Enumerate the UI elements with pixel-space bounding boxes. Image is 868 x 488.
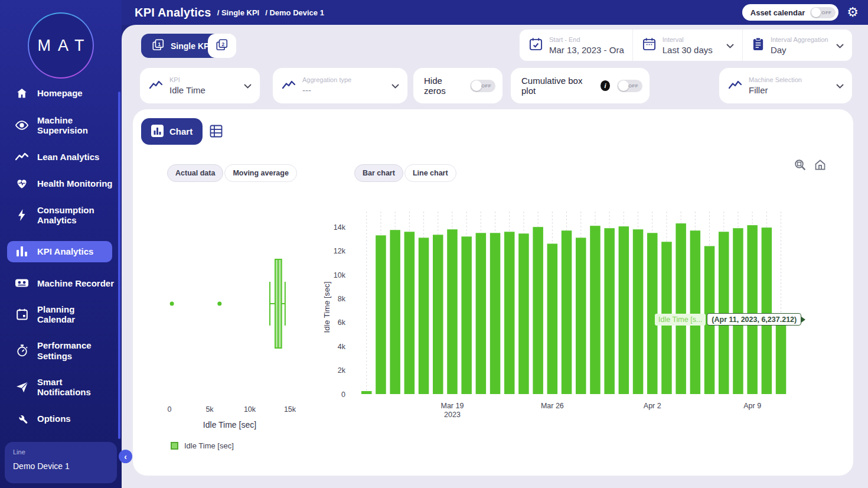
sidebar-nav: Homepage Machine Supervision Lean Analyt…	[0, 87, 122, 440]
sidebar-item-label: Health Monitoring	[37, 178, 113, 188]
sidebar-item-label: Planning Calendar	[37, 304, 83, 325]
tooltip-arrow-icon	[801, 317, 805, 323]
switch-knob	[618, 80, 629, 91]
sidebar-item-options[interactable]: Options	[0, 413, 122, 424]
start-end-value: Mar 13, 2023 - Ora	[549, 45, 624, 55]
hide-zeros-switch[interactable]: OFF	[470, 80, 495, 92]
chart-tab-button[interactable]: Chart	[141, 118, 203, 145]
moving-average-button[interactable]: Moving average	[224, 164, 296, 182]
chart-card: Chart Actual data Moving average Bar cha…	[133, 109, 853, 476]
svg-text:2k: 2k	[338, 366, 346, 375]
sidebar-item-machine-supervision[interactable]: Machine Supervision	[0, 115, 100, 136]
sidebar-item-label: Lean Analytics	[37, 152, 99, 162]
svg-text:14k: 14k	[334, 223, 346, 232]
box-plot[interactable]: 05k10k15kIdle Time [sec]	[151, 207, 328, 434]
plot-modebar	[794, 159, 826, 173]
home-icon	[15, 87, 28, 99]
bar-chart-icon	[15, 246, 28, 256]
svg-text:5k: 5k	[205, 405, 214, 414]
main-content: 1 Single KPI 2 Start - End Mar 13, 2023 …	[122, 25, 868, 488]
chart-tab-icon	[151, 125, 164, 139]
cumulative-box-plot-switch[interactable]: OFF	[617, 80, 642, 92]
squares-1-icon: 1	[152, 38, 165, 53]
hide-zeros-control: Hide zeros OFF	[413, 68, 502, 103]
sidebar-collapse-button[interactable]: ‹	[119, 450, 132, 463]
mat-logo: MAT	[28, 12, 94, 79]
legend-item-idle-time[interactable]: Idle Time [sec]	[171, 441, 234, 450]
calendar-check-icon	[529, 37, 543, 53]
tooltip-series-label: Idle Time [s...	[655, 314, 706, 326]
settings-gear-icon[interactable]: ⚙	[847, 6, 859, 19]
sidebar-item-label: Smart Notifications	[37, 377, 91, 398]
switch-off-label: OFF	[628, 83, 638, 89]
sidebar-item-performance-settings[interactable]: Performance Settings	[0, 340, 94, 361]
switch-off-label: OFF	[821, 10, 831, 15]
page-title: KPI Analytics	[135, 6, 211, 19]
svg-text:0: 0	[168, 405, 172, 414]
compare-kpi-tab-button[interactable]: 2	[208, 34, 236, 58]
kpi-value: Idle Time	[169, 85, 205, 95]
kpi-dropdown[interactable]: KPI Idle Time	[140, 68, 260, 103]
svg-text:12k: 12k	[334, 247, 346, 255]
logo-text: MAT	[31, 37, 92, 55]
machine-selection-dropdown[interactable]: Machine Selection Filler	[719, 68, 852, 103]
svg-text:1: 1	[158, 42, 161, 47]
sidebar-item-smart-notifications[interactable]: Smart Notifications	[0, 377, 94, 398]
interval-aggregation-selector[interactable]: Interval Aggregation Day	[742, 30, 852, 61]
line-chart-button[interactable]: Line chart	[404, 164, 456, 182]
svg-text:8k: 8k	[338, 295, 346, 303]
info-icon[interactable]: i	[601, 80, 611, 91]
switch-knob	[811, 8, 821, 17]
aggregation-trend-icon	[282, 80, 295, 92]
device-name: Demo Device 1	[13, 461, 109, 471]
squares-2-icon: 2	[216, 38, 229, 53]
svg-text:Mar 26: Mar 26	[541, 402, 564, 410]
sidebar-item-health-monitoring[interactable]: Health Monitoring	[0, 178, 122, 189]
svg-text:10k: 10k	[244, 405, 256, 414]
svg-text:15k: 15k	[284, 405, 296, 414]
filter-row: KPI Idle Time Aggregation type --- Hide …	[122, 68, 868, 103]
svg-text:Apr 2: Apr 2	[644, 402, 661, 410]
svg-text:Idle Time [sec]: Idle Time [sec]	[203, 420, 256, 430]
machine-selection-value: Filler	[749, 85, 802, 95]
sidebar-item-planning-calendar[interactable]: Planning Calendar	[0, 304, 89, 325]
sidebar-item-machine-recorder[interactable]: Machine Recorder	[0, 278, 122, 288]
interval-selector[interactable]: Interval Last 30 days	[632, 30, 742, 61]
table-view-button[interactable]	[210, 125, 223, 138]
asset-calendar-toggle-pill[interactable]: Asset calendar OFF	[742, 4, 839, 21]
start-end-selector[interactable]: Start - End Mar 13, 2023 - Ora	[520, 30, 632, 61]
svg-text:2: 2	[222, 42, 225, 47]
chevron-down-icon	[726, 40, 734, 51]
asset-calendar-switch[interactable]: OFF	[810, 7, 836, 18]
zoom-icon[interactable]	[794, 159, 806, 173]
start-end-label: Start - End	[549, 36, 624, 43]
svg-text:Idle Time [sec]: Idle Time [sec]	[322, 281, 331, 333]
calendar-icon	[15, 308, 28, 320]
kpi-label: KPI	[169, 76, 205, 83]
sidebar-scrollbar[interactable]	[118, 92, 120, 439]
reset-home-icon[interactable]	[814, 159, 826, 173]
heart-pulse-icon	[15, 178, 28, 189]
hide-zeros-label: Hide zeros	[424, 76, 463, 96]
aggregation-type-value: ---	[302, 85, 351, 95]
data-mode-toggle: Actual data Moving average	[167, 164, 298, 182]
sidebar-item-kpi-analytics[interactable]: KPI Analytics	[7, 241, 112, 262]
sidebar-item-label: KPI Analytics	[37, 246, 93, 256]
bar-chart-button[interactable]: Bar chart	[354, 164, 403, 182]
svg-text:Apr 9: Apr 9	[743, 402, 761, 410]
sidebar-item-lean-analytics[interactable]: Lean Analytics	[0, 152, 122, 162]
sidebar-item-label: Homepage	[37, 88, 83, 98]
interval-aggregation-value: Day	[771, 45, 828, 55]
sidebar-item-consumption-analytics[interactable]: Consumption Analytics	[0, 205, 104, 226]
recorder-icon	[15, 278, 28, 288]
cumulative-box-plot-label: Cumulative box plot	[521, 76, 593, 96]
chevron-down-icon	[836, 40, 844, 51]
actual-data-button[interactable]: Actual data	[167, 164, 223, 182]
svg-text:10k: 10k	[334, 271, 346, 279]
sidebar-item-homepage[interactable]: Homepage	[0, 87, 122, 99]
aggregation-type-dropdown[interactable]: Aggregation type ---	[273, 68, 407, 103]
sidebar: MAT Homepage Machine Supervision Lean An…	[0, 0, 122, 488]
interval-aggregation-label: Interval Aggregation	[771, 36, 828, 43]
eye-icon	[15, 120, 28, 131]
line-label: Line	[13, 448, 109, 456]
